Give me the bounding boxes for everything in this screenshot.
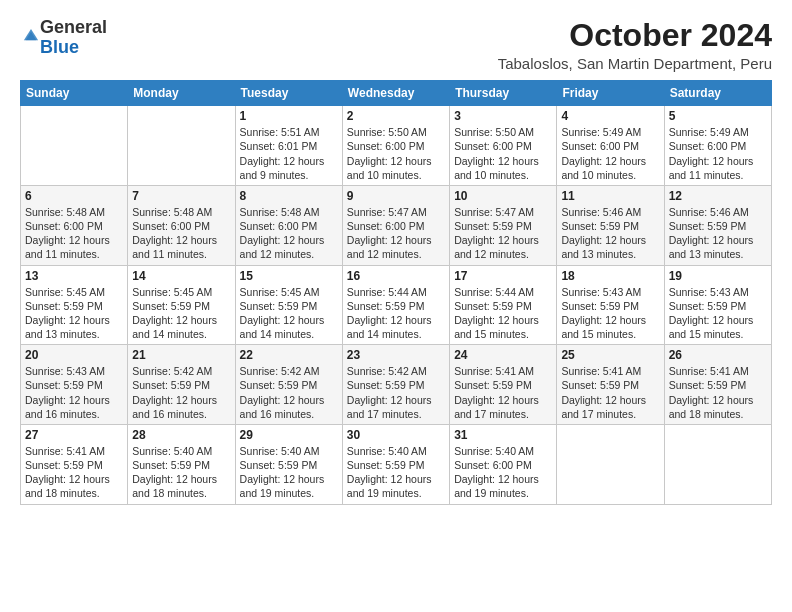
- table-row: 31Sunrise: 5:40 AMSunset: 6:00 PMDayligh…: [450, 424, 557, 504]
- day-number: 30: [347, 428, 445, 442]
- day-info: Sunrise: 5:40 AMSunset: 6:00 PMDaylight:…: [454, 444, 552, 501]
- table-row: 11Sunrise: 5:46 AMSunset: 5:59 PMDayligh…: [557, 185, 664, 265]
- day-info: Sunrise: 5:40 AMSunset: 5:59 PMDaylight:…: [240, 444, 338, 501]
- day-number: 20: [25, 348, 123, 362]
- table-row: 4Sunrise: 5:49 AMSunset: 6:00 PMDaylight…: [557, 106, 664, 186]
- calendar-table: Sunday Monday Tuesday Wednesday Thursday…: [20, 80, 772, 504]
- title-block: October 2024 Tabaloslos, San Martin Depa…: [498, 18, 772, 72]
- col-tuesday: Tuesday: [235, 81, 342, 106]
- table-row: 5Sunrise: 5:49 AMSunset: 6:00 PMDaylight…: [664, 106, 771, 186]
- table-row: 17Sunrise: 5:44 AMSunset: 5:59 PMDayligh…: [450, 265, 557, 345]
- day-number: 21: [132, 348, 230, 362]
- day-info: Sunrise: 5:49 AMSunset: 6:00 PMDaylight:…: [561, 125, 659, 182]
- table-row: 6Sunrise: 5:48 AMSunset: 6:00 PMDaylight…: [21, 185, 128, 265]
- table-row: 23Sunrise: 5:42 AMSunset: 5:59 PMDayligh…: [342, 345, 449, 425]
- calendar-week-row: 6Sunrise: 5:48 AMSunset: 6:00 PMDaylight…: [21, 185, 772, 265]
- calendar-week-row: 1Sunrise: 5:51 AMSunset: 6:01 PMDaylight…: [21, 106, 772, 186]
- logo: General Blue: [20, 18, 107, 58]
- day-number: 29: [240, 428, 338, 442]
- day-number: 23: [347, 348, 445, 362]
- table-row: 25Sunrise: 5:41 AMSunset: 5:59 PMDayligh…: [557, 345, 664, 425]
- day-info: Sunrise: 5:44 AMSunset: 5:59 PMDaylight:…: [454, 285, 552, 342]
- day-info: Sunrise: 5:45 AMSunset: 5:59 PMDaylight:…: [132, 285, 230, 342]
- day-info: Sunrise: 5:50 AMSunset: 6:00 PMDaylight:…: [454, 125, 552, 182]
- table-row: 24Sunrise: 5:41 AMSunset: 5:59 PMDayligh…: [450, 345, 557, 425]
- day-info: Sunrise: 5:45 AMSunset: 5:59 PMDaylight:…: [25, 285, 123, 342]
- col-wednesday: Wednesday: [342, 81, 449, 106]
- day-number: 24: [454, 348, 552, 362]
- day-info: Sunrise: 5:48 AMSunset: 6:00 PMDaylight:…: [240, 205, 338, 262]
- day-number: 9: [347, 189, 445, 203]
- table-row: 28Sunrise: 5:40 AMSunset: 5:59 PMDayligh…: [128, 424, 235, 504]
- day-info: Sunrise: 5:46 AMSunset: 5:59 PMDaylight:…: [669, 205, 767, 262]
- day-info: Sunrise: 5:42 AMSunset: 5:59 PMDaylight:…: [132, 364, 230, 421]
- day-info: Sunrise: 5:42 AMSunset: 5:59 PMDaylight:…: [240, 364, 338, 421]
- table-row: [557, 424, 664, 504]
- day-number: 27: [25, 428, 123, 442]
- table-row: 7Sunrise: 5:48 AMSunset: 6:00 PMDaylight…: [128, 185, 235, 265]
- day-info: Sunrise: 5:46 AMSunset: 5:59 PMDaylight:…: [561, 205, 659, 262]
- day-number: 5: [669, 109, 767, 123]
- table-row: 16Sunrise: 5:44 AMSunset: 5:59 PMDayligh…: [342, 265, 449, 345]
- table-row: 18Sunrise: 5:43 AMSunset: 5:59 PMDayligh…: [557, 265, 664, 345]
- day-info: Sunrise: 5:48 AMSunset: 6:00 PMDaylight:…: [25, 205, 123, 262]
- day-info: Sunrise: 5:42 AMSunset: 5:59 PMDaylight:…: [347, 364, 445, 421]
- day-number: 3: [454, 109, 552, 123]
- day-info: Sunrise: 5:41 AMSunset: 5:59 PMDaylight:…: [561, 364, 659, 421]
- day-number: 4: [561, 109, 659, 123]
- logo-icon: [22, 25, 40, 47]
- day-number: 10: [454, 189, 552, 203]
- table-row: 2Sunrise: 5:50 AMSunset: 6:00 PMDaylight…: [342, 106, 449, 186]
- day-info: Sunrise: 5:51 AMSunset: 6:01 PMDaylight:…: [240, 125, 338, 182]
- day-info: Sunrise: 5:41 AMSunset: 5:59 PMDaylight:…: [25, 444, 123, 501]
- day-info: Sunrise: 5:48 AMSunset: 6:00 PMDaylight:…: [132, 205, 230, 262]
- table-row: 8Sunrise: 5:48 AMSunset: 6:00 PMDaylight…: [235, 185, 342, 265]
- day-number: 17: [454, 269, 552, 283]
- day-number: 12: [669, 189, 767, 203]
- day-info: Sunrise: 5:50 AMSunset: 6:00 PMDaylight:…: [347, 125, 445, 182]
- day-number: 22: [240, 348, 338, 362]
- day-number: 13: [25, 269, 123, 283]
- location: Tabaloslos, San Martin Department, Peru: [498, 55, 772, 72]
- day-info: Sunrise: 5:45 AMSunset: 5:59 PMDaylight:…: [240, 285, 338, 342]
- table-row: 30Sunrise: 5:40 AMSunset: 5:59 PMDayligh…: [342, 424, 449, 504]
- day-number: 8: [240, 189, 338, 203]
- col-monday: Monday: [128, 81, 235, 106]
- day-info: Sunrise: 5:43 AMSunset: 5:59 PMDaylight:…: [669, 285, 767, 342]
- table-row: 10Sunrise: 5:47 AMSunset: 5:59 PMDayligh…: [450, 185, 557, 265]
- col-thursday: Thursday: [450, 81, 557, 106]
- calendar-week-row: 20Sunrise: 5:43 AMSunset: 5:59 PMDayligh…: [21, 345, 772, 425]
- col-sunday: Sunday: [21, 81, 128, 106]
- day-number: 14: [132, 269, 230, 283]
- day-info: Sunrise: 5:47 AMSunset: 5:59 PMDaylight:…: [454, 205, 552, 262]
- table-row: [21, 106, 128, 186]
- day-info: Sunrise: 5:41 AMSunset: 5:59 PMDaylight:…: [669, 364, 767, 421]
- day-number: 31: [454, 428, 552, 442]
- day-number: 25: [561, 348, 659, 362]
- day-number: 11: [561, 189, 659, 203]
- day-number: 1: [240, 109, 338, 123]
- col-friday: Friday: [557, 81, 664, 106]
- logo-blue-text: Blue: [40, 37, 79, 57]
- table-row: [664, 424, 771, 504]
- logo-general-text: General: [40, 17, 107, 37]
- table-row: 1Sunrise: 5:51 AMSunset: 6:01 PMDaylight…: [235, 106, 342, 186]
- table-row: 22Sunrise: 5:42 AMSunset: 5:59 PMDayligh…: [235, 345, 342, 425]
- table-row: 12Sunrise: 5:46 AMSunset: 5:59 PMDayligh…: [664, 185, 771, 265]
- page: General Blue October 2024 Tabaloslos, Sa…: [0, 0, 792, 612]
- calendar-week-row: 13Sunrise: 5:45 AMSunset: 5:59 PMDayligh…: [21, 265, 772, 345]
- day-number: 2: [347, 109, 445, 123]
- table-row: [128, 106, 235, 186]
- day-number: 28: [132, 428, 230, 442]
- table-row: 9Sunrise: 5:47 AMSunset: 6:00 PMDaylight…: [342, 185, 449, 265]
- day-number: 7: [132, 189, 230, 203]
- table-row: 19Sunrise: 5:43 AMSunset: 5:59 PMDayligh…: [664, 265, 771, 345]
- day-number: 16: [347, 269, 445, 283]
- calendar-header-row: Sunday Monday Tuesday Wednesday Thursday…: [21, 81, 772, 106]
- day-number: 6: [25, 189, 123, 203]
- day-info: Sunrise: 5:49 AMSunset: 6:00 PMDaylight:…: [669, 125, 767, 182]
- table-row: 26Sunrise: 5:41 AMSunset: 5:59 PMDayligh…: [664, 345, 771, 425]
- day-info: Sunrise: 5:43 AMSunset: 5:59 PMDaylight:…: [561, 285, 659, 342]
- month-year: October 2024: [498, 18, 772, 53]
- table-row: 20Sunrise: 5:43 AMSunset: 5:59 PMDayligh…: [21, 345, 128, 425]
